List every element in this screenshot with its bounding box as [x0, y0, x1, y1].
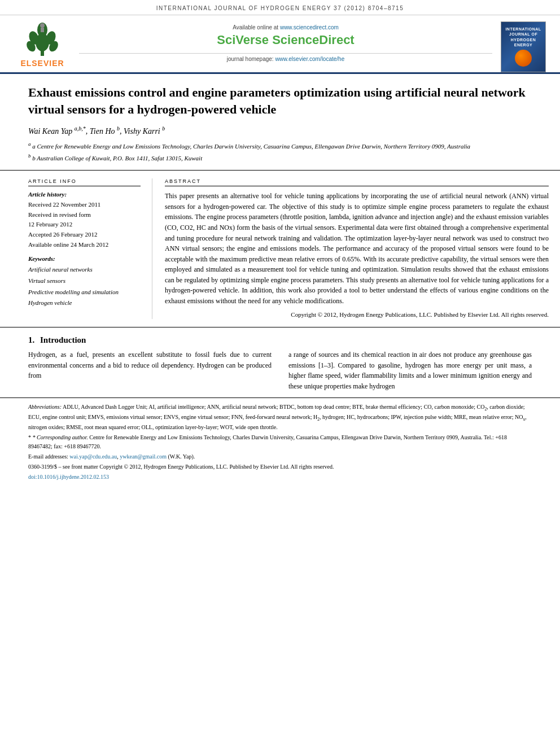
- revised-date: 12 February 2012: [28, 220, 141, 230]
- header-center: Available online at www.sciencedirect.co…: [79, 21, 492, 72]
- svg-point-7: [40, 23, 45, 28]
- authors-line: Wai Kean Yap a,b,*, Tien Ho b, Vishy Kar…: [28, 125, 532, 136]
- abbreviations-line: Abbreviations: ADLU, Advanced Dash Logge…: [28, 403, 532, 432]
- journal-cover-circle-icon: [515, 50, 532, 67]
- email-link-1[interactable]: wai.yap@cdu.edu.au: [69, 453, 117, 460]
- affiliation-a: a a Centre for Renewable Energy and Low …: [28, 141, 532, 151]
- corresponding-asterisk: *: [28, 434, 33, 440]
- elsevier-logo-section: ELSEVIER: [11, 21, 73, 72]
- article-body: ARTICLE INFO Article history: Received 2…: [0, 171, 560, 327]
- corresponding-author-line: * * Corresponding author. Centre for Ren…: [28, 433, 532, 451]
- keywords-heading: Keywords:: [28, 255, 141, 262]
- keyword-2: Virtual sensors: [28, 276, 141, 287]
- intro-left-text: Hydrogen, as a fuel, presents an excelle…: [28, 350, 272, 381]
- email-suffix: (W.K. Yap).: [168, 453, 195, 460]
- journal-banner: INTERNATIONAL JOURNAL OF HYDROGEN ENERGY…: [0, 0, 560, 15]
- journal-homepage-link[interactable]: www.elsevier.com/locate/he: [275, 56, 344, 62]
- keywords-list: Artificial neural networks Virtual senso…: [28, 264, 141, 309]
- sciverse-logo: SciVerse ScienceDirect: [217, 33, 354, 47]
- elsevier-logo: ELSEVIER: [20, 21, 65, 68]
- available-date: Available online 24 March 2012: [28, 240, 141, 250]
- footnotes-section: Abbreviations: ADLU, Advanced Dash Logge…: [0, 397, 560, 486]
- corresponding-label: * Corresponding author.: [33, 434, 88, 440]
- introduction-section: 1. Introduction Hydrogen, as a fuel, pre…: [0, 327, 560, 397]
- article-title-section: Exhaust emissions control and engine par…: [0, 74, 560, 171]
- corresponding-text: Centre for Renewable Energy and Low Emis…: [28, 434, 507, 449]
- keywords-group: Keywords: Artificial neural networks Vir…: [28, 255, 141, 309]
- authors-text: Wai Kean Yap a,b,*, Tien Ho b, Vishy Kar…: [28, 127, 165, 136]
- journal-cover-text: internationaljournal ofHYDROGENENERGY: [505, 27, 541, 47]
- email-line: E-mail addresses: wai.yap@cdu.edu.au, yw…: [28, 452, 532, 461]
- doi-link[interactable]: doi:10.1016/j.ijhydene.2012.02.153: [28, 474, 109, 480]
- keyword-1: Artificial neural networks: [28, 264, 141, 276]
- revised-label: Received in revised form: [28, 210, 141, 220]
- page-header: ELSEVIER Available online at www.science…: [0, 15, 560, 74]
- banner-text: INTERNATIONAL JOURNAL OF HYDROGEN ENERGY…: [156, 5, 404, 11]
- article-title: Exhaust emissions control and engine par…: [28, 84, 532, 117]
- available-online-text: Available online at www.sciencedirect.co…: [233, 24, 339, 30]
- abstract-text: This paper presents an alternative tool …: [165, 191, 549, 307]
- doi-line: doi:10.1016/j.ijhydene.2012.02.153: [28, 473, 532, 482]
- keyword-4: Hydrogen vehicle: [28, 298, 141, 309]
- abbreviations-text: ADLU, Advanced Dash Logger Unit; AI, art…: [28, 404, 527, 430]
- svg-rect-8: [41, 28, 44, 32]
- abstract-label: ABSTRACT: [165, 178, 549, 186]
- intro-columns: Hydrogen, as a fuel, presents an excelle…: [28, 350, 532, 391]
- article-info-column: ARTICLE INFO Article history: Received 2…: [28, 178, 152, 319]
- copyright-text: Copyright © 2012, Hydrogen Energy Public…: [165, 310, 549, 320]
- intro-heading: 1. Introduction: [28, 335, 532, 345]
- intro-left-col: Hydrogen, as a fuel, presents an excelle…: [28, 350, 272, 391]
- received-date: Received 22 November 2011: [28, 200, 141, 210]
- journal-homepage: journal homepage: www.elsevier.com/locat…: [79, 53, 492, 62]
- abbreviations-label: Abbreviations:: [28, 404, 62, 410]
- history-heading: Article history:: [28, 191, 141, 198]
- email-link-2[interactable]: ywkean@gmail.com: [120, 453, 167, 460]
- intro-right-text: a range of sources and its chemical reac…: [288, 350, 532, 391]
- keyword-3: Predictive modelling and simulation: [28, 287, 141, 298]
- article-info-label: ARTICLE INFO: [28, 178, 141, 186]
- sciencedirect-link[interactable]: www.sciencedirect.com: [280, 24, 339, 30]
- journal-cover-section: internationaljournal ofHYDROGENENERGY: [498, 21, 549, 72]
- abstract-column: ABSTRACT This paper presents an alternat…: [152, 178, 549, 319]
- accepted-date: Accepted 26 February 2012: [28, 230, 141, 240]
- intro-number: 1.: [28, 335, 34, 344]
- affiliation-b: b b Australian College of Kuwait, P.O. B…: [28, 152, 532, 163]
- elsevier-wordmark: ELSEVIER: [20, 59, 64, 68]
- journal-cover: internationaljournal ofHYDROGENENERGY: [501, 21, 546, 72]
- email-label: E-mail addresses:: [28, 453, 68, 460]
- intro-title: Introduction: [40, 335, 86, 344]
- article-history-group: Article history: Received 22 November 20…: [28, 191, 141, 250]
- intro-right-col: a range of sources and its chemical reac…: [288, 350, 532, 391]
- elsevier-tree-icon: [20, 21, 65, 58]
- issn-line: 0360-3199/$ – see front matter Copyright…: [28, 462, 532, 471]
